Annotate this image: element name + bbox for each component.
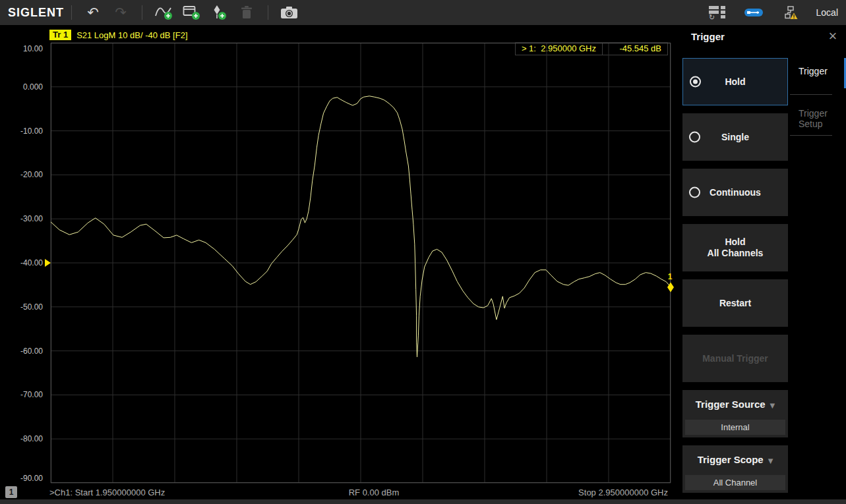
- display-layout-button[interactable]: ↻: [705, 2, 729, 23]
- delete-button[interactable]: [235, 2, 258, 23]
- panel-button-continuous[interactable]: Continuous: [682, 169, 788, 216]
- y-axis-label: -50.00: [20, 302, 43, 312]
- y-axis: 10.000.000-10.00-20.00-30.00-40.00-50.00…: [0, 43, 47, 483]
- marker-number-label: 1: [668, 272, 673, 281]
- chevron-down-icon: ▼: [770, 402, 775, 409]
- add-window-icon: [182, 4, 200, 21]
- y-axis-label: -30.00: [20, 214, 43, 223]
- y-axis-label: -40.00: [20, 258, 43, 267]
- panel-button-label: Hold: [725, 76, 745, 88]
- undo-button[interactable]: ↶: [81, 2, 105, 23]
- channel-badge[interactable]: 1: [5, 486, 17, 498]
- trace-badge[interactable]: Tr 1: [49, 30, 71, 40]
- toolbar-separator: [268, 5, 268, 20]
- camera-icon: [280, 5, 299, 20]
- panel-title: Trigger: [691, 31, 725, 42]
- panel-button-label: Single: [721, 132, 749, 143]
- trace-info-bar: Tr 1 S21 LogM 10 dB/ -40 dB [F2]: [49, 30, 188, 40]
- trigger-scope-block: Trigger Scope▼ All Channel: [682, 445, 788, 493]
- radio-unselected-icon: [689, 132, 700, 143]
- add-trace-icon: [154, 4, 173, 21]
- usb-icon: [744, 8, 763, 17]
- trigger-panel: Trigger × HoldSingleContinuousHoldAll Ch…: [679, 25, 846, 499]
- add-window-button[interactable]: [179, 2, 203, 23]
- status-stop-frequency: Stop 2.950000000 GHz: [51, 488, 668, 497]
- local-mode-label: Local: [816, 7, 838, 18]
- plot-grid: 1: [51, 43, 671, 483]
- panel-button-label: Continuous: [710, 187, 761, 198]
- trigger-scope-value[interactable]: All Channel: [685, 475, 785, 490]
- chevron-down-icon: ▼: [768, 457, 773, 464]
- panel-button-hold[interactable]: Hold: [682, 58, 788, 105]
- reference-level-triangle-icon[interactable]: [45, 259, 51, 267]
- trigger-source-dropdown[interactable]: Trigger Source▼: [682, 399, 788, 410]
- y-axis-label: -20.00: [20, 170, 43, 179]
- add-marker-button[interactable]: [207, 2, 231, 23]
- close-icon[interactable]: ×: [825, 28, 841, 44]
- lan-status-button[interactable]: [779, 2, 802, 23]
- panel-button-single[interactable]: Single: [682, 113, 788, 161]
- bottom-strip: [0, 499, 846, 504]
- tab-divider: [790, 135, 832, 136]
- panel-button-manual-trigger: Manual Trigger: [682, 335, 788, 382]
- panel-button-label: Manual Trigger: [702, 353, 768, 364]
- grid-lines: [51, 43, 671, 483]
- vna-screen: SIGLENT ↶ ↷: [0, 0, 846, 504]
- toolbar-separator: [71, 5, 72, 20]
- trash-icon: [238, 4, 255, 21]
- trigger-source-value[interactable]: Internal: [685, 420, 785, 435]
- undo-icon: ↶: [87, 6, 99, 20]
- panel-button-restart[interactable]: Restart: [682, 279, 788, 327]
- radio-selected-icon: [690, 76, 701, 88]
- display-layout-icon: ↻: [707, 4, 727, 21]
- toolbar-right-group: ↻ Lo: [703, 2, 838, 23]
- tab-trigger-setup[interactable]: Trigger Setup: [799, 108, 839, 129]
- siglent-logo: SIGLENT: [8, 6, 64, 20]
- y-axis-label: -90.00: [20, 474, 43, 483]
- lan-warning-icon: [783, 5, 798, 20]
- radio-unselected-icon: [689, 187, 700, 198]
- redo-button[interactable]: ↷: [109, 2, 133, 23]
- y-axis-label: 10.00: [23, 44, 43, 53]
- panel-button-label: HoldAll Channels: [708, 237, 764, 259]
- trigger-source-block: Trigger Source▼ Internal: [682, 390, 788, 437]
- add-trace-button[interactable]: [152, 2, 175, 23]
- y-axis-label: -10.00: [20, 126, 43, 136]
- panel-button-hold-all-channels[interactable]: HoldAll Channels: [682, 224, 788, 271]
- y-axis-label: -70.00: [20, 390, 43, 399]
- trigger-scope-dropdown[interactable]: Trigger Scope▼: [682, 454, 788, 465]
- top-toolbar: SIGLENT ↶ ↷: [0, 0, 846, 25]
- redo-icon: ↷: [115, 6, 127, 20]
- usb-status-button[interactable]: [742, 2, 766, 23]
- tab-trigger[interactable]: Trigger: [799, 66, 845, 76]
- refresh-glyph: ↻: [709, 13, 715, 21]
- tab-divider: [790, 94, 832, 95]
- panel-button-label: Restart: [719, 298, 751, 309]
- toolbar-separator: [142, 5, 142, 20]
- y-axis-label: 0.000: [23, 82, 43, 92]
- y-axis-label: -60.00: [20, 347, 43, 356]
- screenshot-button[interactable]: [278, 2, 301, 23]
- add-marker-icon: [210, 4, 227, 21]
- y-axis-label: -80.00: [20, 434, 43, 443]
- trace-format-label[interactable]: S21 LogM 10 dB/ -40 dB [F2]: [76, 30, 187, 40]
